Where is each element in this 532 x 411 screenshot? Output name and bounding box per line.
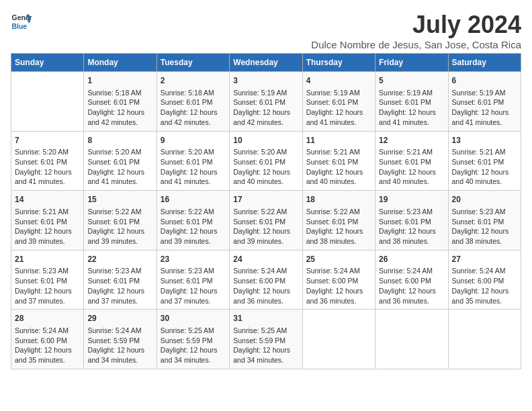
day-info: Sunrise: 5:23 AM Sunset: 6:01 PM Dayligh… [161, 266, 226, 306]
day-number: 13 [452, 135, 517, 146]
day-info: Sunrise: 5:24 AM Sunset: 6:00 PM Dayligh… [379, 266, 444, 306]
calendar-cell: 24Sunrise: 5:24 AM Sunset: 6:00 PM Dayli… [230, 250, 302, 310]
calendar-cell: 6Sunrise: 5:19 AM Sunset: 6:01 PM Daylig… [448, 72, 521, 132]
day-number: 18 [306, 194, 371, 205]
day-info: Sunrise: 5:19 AM Sunset: 6:01 PM Dayligh… [233, 88, 298, 128]
calendar-cell: 19Sunrise: 5:23 AM Sunset: 6:01 PM Dayli… [375, 191, 448, 250]
page-title: July 2024 [311, 11, 521, 39]
day-number: 26 [379, 254, 444, 265]
header-day-saturday: Saturday [448, 54, 521, 72]
header-day-friday: Friday [375, 54, 448, 72]
day-info: Sunrise: 5:21 AM Sunset: 6:01 PM Dayligh… [452, 147, 517, 187]
calendar-cell: 16Sunrise: 5:22 AM Sunset: 6:01 PM Dayli… [157, 191, 229, 250]
day-number: 22 [87, 254, 152, 265]
svg-text:Blue: Blue [12, 23, 28, 30]
day-number: 20 [452, 194, 517, 205]
day-info: Sunrise: 5:21 AM Sunset: 6:01 PM Dayligh… [15, 207, 80, 246]
day-info: Sunrise: 5:25 AM Sunset: 5:59 PM Dayligh… [233, 326, 298, 365]
calendar-cell [11, 72, 84, 132]
calendar-cell: 17Sunrise: 5:22 AM Sunset: 6:01 PM Dayli… [230, 191, 302, 250]
day-number: 14 [15, 194, 80, 205]
calendar-week-row: 7Sunrise: 5:20 AM Sunset: 6:01 PM Daylig… [11, 131, 521, 191]
day-number: 28 [15, 313, 80, 324]
day-number: 15 [87, 194, 152, 205]
day-number: 2 [161, 75, 226, 87]
calendar-week-row: 14Sunrise: 5:21 AM Sunset: 6:01 PM Dayli… [11, 191, 521, 250]
day-info: Sunrise: 5:19 AM Sunset: 6:01 PM Dayligh… [452, 88, 517, 128]
day-number: 3 [233, 75, 298, 87]
day-number: 17 [233, 194, 298, 205]
calendar-cell: 10Sunrise: 5:20 AM Sunset: 6:01 PM Dayli… [230, 131, 302, 191]
calendar-cell: 31Sunrise: 5:25 AM Sunset: 5:59 PM Dayli… [230, 310, 302, 369]
day-info: Sunrise: 5:22 AM Sunset: 6:01 PM Dayligh… [233, 207, 298, 246]
day-number: 9 [161, 135, 226, 146]
header-day-wednesday: Wednesday [230, 54, 302, 72]
day-info: Sunrise: 5:23 AM Sunset: 6:01 PM Dayligh… [379, 207, 444, 246]
calendar-cell: 20Sunrise: 5:23 AM Sunset: 6:01 PM Dayli… [448, 191, 521, 250]
day-number: 24 [233, 254, 298, 265]
header-day-sunday: Sunday [11, 54, 84, 72]
page-header: GeneralBlue July 2024 Dulce Nombre de Je… [11, 11, 521, 50]
calendar-cell: 30Sunrise: 5:25 AM Sunset: 5:59 PM Dayli… [157, 310, 229, 369]
day-info: Sunrise: 5:24 AM Sunset: 6:00 PM Dayligh… [452, 266, 517, 306]
title-area: July 2024 Dulce Nombre de Jesus, San Jos… [311, 11, 521, 50]
calendar-header-row: SundayMondayTuesdayWednesdayThursdayFrid… [11, 54, 521, 72]
day-number: 1 [87, 75, 152, 87]
day-number: 5 [379, 75, 444, 87]
calendar-cell: 2Sunrise: 5:18 AM Sunset: 6:01 PM Daylig… [157, 72, 229, 132]
day-number: 31 [233, 313, 298, 324]
day-info: Sunrise: 5:23 AM Sunset: 6:01 PM Dayligh… [87, 266, 152, 306]
calendar-cell: 12Sunrise: 5:21 AM Sunset: 6:01 PM Dayli… [375, 131, 448, 191]
day-number: 29 [87, 313, 152, 324]
day-number: 27 [452, 254, 517, 265]
day-info: Sunrise: 5:20 AM Sunset: 6:01 PM Dayligh… [233, 147, 298, 187]
day-info: Sunrise: 5:18 AM Sunset: 6:01 PM Dayligh… [161, 88, 226, 128]
day-info: Sunrise: 5:24 AM Sunset: 5:59 PM Dayligh… [87, 326, 152, 365]
calendar-cell: 11Sunrise: 5:21 AM Sunset: 6:01 PM Dayli… [302, 131, 375, 191]
calendar-cell: 9Sunrise: 5:20 AM Sunset: 6:01 PM Daylig… [157, 131, 229, 191]
day-info: Sunrise: 5:20 AM Sunset: 6:01 PM Dayligh… [15, 147, 80, 187]
day-info: Sunrise: 5:20 AM Sunset: 6:01 PM Dayligh… [161, 147, 226, 187]
calendar-cell: 1Sunrise: 5:18 AM Sunset: 6:01 PM Daylig… [84, 72, 157, 132]
day-number: 25 [306, 254, 371, 265]
calendar-cell: 5Sunrise: 5:19 AM Sunset: 6:01 PM Daylig… [375, 72, 448, 132]
header-day-monday: Monday [84, 54, 157, 72]
day-number: 6 [452, 75, 517, 87]
day-number: 12 [379, 135, 444, 146]
logo: GeneralBlue [11, 11, 32, 32]
page-subtitle: Dulce Nombre de Jesus, San Jose, Costa R… [311, 39, 521, 50]
calendar-cell: 27Sunrise: 5:24 AM Sunset: 6:00 PM Dayli… [448, 250, 521, 310]
day-info: Sunrise: 5:23 AM Sunset: 6:01 PM Dayligh… [452, 207, 517, 246]
day-number: 16 [161, 194, 226, 205]
logo-icon: GeneralBlue [11, 11, 32, 32]
calendar-week-row: 1Sunrise: 5:18 AM Sunset: 6:01 PM Daylig… [11, 72, 521, 132]
day-info: Sunrise: 5:24 AM Sunset: 6:00 PM Dayligh… [233, 266, 298, 306]
day-info: Sunrise: 5:22 AM Sunset: 6:01 PM Dayligh… [87, 207, 152, 246]
calendar-cell: 29Sunrise: 5:24 AM Sunset: 5:59 PM Dayli… [84, 310, 157, 369]
day-info: Sunrise: 5:18 AM Sunset: 6:01 PM Dayligh… [87, 88, 152, 128]
calendar-table: SundayMondayTuesdayWednesdayThursdayFrid… [11, 53, 521, 369]
day-info: Sunrise: 5:25 AM Sunset: 5:59 PM Dayligh… [161, 326, 226, 365]
calendar-cell: 13Sunrise: 5:21 AM Sunset: 6:01 PM Dayli… [448, 131, 521, 191]
day-info: Sunrise: 5:23 AM Sunset: 6:01 PM Dayligh… [15, 266, 80, 306]
day-number: 19 [379, 194, 444, 205]
day-info: Sunrise: 5:21 AM Sunset: 6:01 PM Dayligh… [379, 147, 444, 187]
day-info: Sunrise: 5:19 AM Sunset: 6:01 PM Dayligh… [379, 88, 444, 128]
calendar-cell: 4Sunrise: 5:19 AM Sunset: 6:01 PM Daylig… [302, 72, 375, 132]
calendar-cell: 7Sunrise: 5:20 AM Sunset: 6:01 PM Daylig… [11, 131, 84, 191]
calendar-cell [375, 310, 448, 369]
calendar-cell: 15Sunrise: 5:22 AM Sunset: 6:01 PM Dayli… [84, 191, 157, 250]
calendar-cell: 28Sunrise: 5:24 AM Sunset: 6:00 PM Dayli… [11, 310, 84, 369]
day-info: Sunrise: 5:20 AM Sunset: 6:01 PM Dayligh… [87, 147, 152, 187]
calendar-week-row: 28Sunrise: 5:24 AM Sunset: 6:00 PM Dayli… [11, 310, 521, 369]
calendar-cell: 3Sunrise: 5:19 AM Sunset: 6:01 PM Daylig… [230, 72, 302, 132]
header-day-thursday: Thursday [302, 54, 375, 72]
day-number: 8 [87, 135, 152, 146]
day-number: 30 [161, 313, 226, 324]
day-info: Sunrise: 5:21 AM Sunset: 6:01 PM Dayligh… [306, 147, 371, 187]
day-number: 4 [306, 75, 371, 87]
day-info: Sunrise: 5:22 AM Sunset: 6:01 PM Dayligh… [161, 207, 226, 246]
header-day-tuesday: Tuesday [157, 54, 229, 72]
day-number: 7 [15, 135, 80, 146]
calendar-cell: 8Sunrise: 5:20 AM Sunset: 6:01 PM Daylig… [84, 131, 157, 191]
